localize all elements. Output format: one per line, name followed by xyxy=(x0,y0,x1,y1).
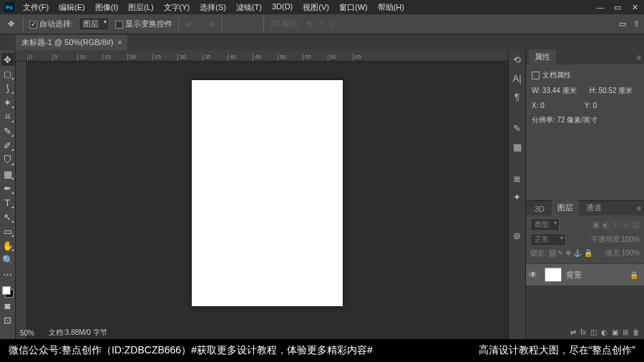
more-align-icon[interactable]: … xyxy=(250,20,258,29)
pen-tool[interactable]: ✒ xyxy=(1,182,14,195)
menu-window[interactable]: 窗口(W) xyxy=(335,1,372,14)
watermark-footer: 微信公众号:整点创作（ID:ZDBCZB666）#获取更多设计教程，体验更多精彩… xyxy=(0,339,644,362)
align-right-icon[interactable]: ⫸ xyxy=(208,20,216,29)
filter-shape-icon[interactable]: ▱ xyxy=(622,221,630,229)
screen-mode[interactable]: ⊡ xyxy=(1,313,14,326)
align-center-icon[interactable]: ⫶ xyxy=(198,20,203,29)
hand-tool[interactable]: ✋ xyxy=(1,239,14,252)
properties-panel: 属性 ≡ 文档属性 W: 33.44 厘米 H: 50.52 厘米 X: 0 Y… xyxy=(526,50,644,200)
character-icon[interactable]: A| xyxy=(511,72,524,84)
zoom-level[interactable]: 50% xyxy=(20,329,34,337)
move-tool[interactable]: ✥ xyxy=(1,53,14,66)
distribute-icon[interactable]: ⋮⋮ xyxy=(228,19,244,29)
layer-mask-icon[interactable]: ◫ xyxy=(590,328,597,336)
quick-select-tool[interactable]: ✶ xyxy=(1,96,14,109)
delete-layer-icon[interactable]: 🗑 xyxy=(633,328,640,336)
history-icon[interactable]: ⟲ xyxy=(511,53,524,66)
zoom-tool[interactable]: 🔍 xyxy=(1,253,14,266)
quick-mask[interactable]: ◙ xyxy=(1,299,14,312)
layers-menu-icon[interactable]: ≡ xyxy=(637,204,641,212)
menu-file[interactable]: 文件(F) xyxy=(19,1,53,14)
menu-edit[interactable]: 编辑(E) xyxy=(54,1,89,14)
eyedropper-tool[interactable]: ✎ xyxy=(1,124,14,137)
align-left-icon[interactable]: ⫷ xyxy=(185,20,192,29)
move-tool-icon: ✥ xyxy=(4,18,17,31)
auto-select-mode-dropdown[interactable]: 图层 xyxy=(79,17,109,31)
crop-tool[interactable]: ⌗ xyxy=(1,110,14,123)
ruler-vertical[interactable] xyxy=(16,62,27,339)
auto-select-label: 自动选择: xyxy=(39,19,73,28)
filter-adjust-icon[interactable]: ◐ xyxy=(602,221,610,229)
search-icon[interactable]: ▭ xyxy=(619,19,626,29)
document-canvas[interactable] xyxy=(192,80,343,306)
pan-3d-icon[interactable]: ✧ xyxy=(318,19,324,29)
tab-close-icon[interactable]: × xyxy=(118,39,122,47)
menu-view[interactable]: 视图(V) xyxy=(298,1,333,14)
menu-type[interactable]: 文字(Y) xyxy=(160,1,195,14)
footer-right: 高清设计教程大图，尽在“整点创作” xyxy=(479,344,635,357)
canvas-area[interactable]: 05101520253035404550556065 xyxy=(16,50,508,339)
ruler-corner xyxy=(16,50,27,62)
libraries-icon[interactable]: ⊚ xyxy=(511,229,524,242)
menu-help[interactable]: 帮助(H) xyxy=(374,1,409,14)
layer-style-icon[interactable]: fx xyxy=(580,328,586,336)
show-transform-checkbox[interactable]: 显示变换控件 xyxy=(115,19,172,29)
marquee-tool[interactable]: ◻ xyxy=(1,67,14,80)
brush-tool[interactable]: ✐ xyxy=(1,139,14,152)
close-button[interactable]: ✕ xyxy=(630,2,640,12)
document-tab-title: 未标题-1 @ 50%(RGB/8#) xyxy=(21,37,114,48)
menu-select[interactable]: 选择(S) xyxy=(195,1,230,14)
new-layer-icon[interactable]: ⊞ xyxy=(623,328,628,336)
maximize-button[interactable]: ▭ xyxy=(613,2,623,12)
minimize-button[interactable]: — xyxy=(595,2,605,12)
layer-row[interactable]: 👁 背景 🔒 xyxy=(526,264,644,285)
layer-name[interactable]: 背景 xyxy=(566,270,582,280)
filter-pixel-icon[interactable]: ▦ xyxy=(592,221,600,229)
ruler-horizontal[interactable]: 05101520253035404550556065 xyxy=(27,50,508,62)
group-icon[interactable]: ▣ xyxy=(612,328,618,336)
stamp-tool[interactable]: ⛉ xyxy=(1,153,14,166)
3d-tab[interactable]: 3D xyxy=(529,202,550,215)
filter-smart-icon[interactable]: ◫ xyxy=(632,221,640,229)
edit-toolbar[interactable]: ⋯ xyxy=(1,268,14,280)
panel-menu-icon[interactable]: ≡ xyxy=(637,53,641,62)
menu-layer[interactable]: 图层(L) xyxy=(124,1,157,14)
blend-mode-dropdown[interactable]: 正常 xyxy=(530,233,566,246)
filter-type-icon[interactable]: T xyxy=(612,221,620,229)
share-icon[interactable]: ⇧ xyxy=(633,19,640,29)
lasso-tool[interactable]: ⟆ xyxy=(1,82,14,94)
adjustment-layer-icon[interactable]: ◐ xyxy=(601,328,608,336)
adjustments-icon[interactable]: ≣ xyxy=(511,172,524,185)
opacity-value[interactable]: 100% xyxy=(621,235,640,243)
shape-tool[interactable]: ▭ xyxy=(1,225,14,238)
layer-filter-dropdown[interactable]: 类型 xyxy=(530,218,560,231)
channels-tab[interactable]: 通道 xyxy=(580,200,608,215)
fill-value[interactable]: 100% xyxy=(621,249,640,257)
auto-select-checkbox[interactable]: 自动选择: xyxy=(29,19,73,29)
status-bar: 50% 文档:3.88M/0 字节 xyxy=(16,326,112,339)
options-bar: ✥ 自动选择: 图层 显示变换控件 ⫷ ⫶ ⫸ ⋮⋮ … 3D 模式: ⟲ ✧ … xyxy=(0,14,644,34)
doc-props-label: 文档属性 xyxy=(542,71,571,79)
orbit-3d-icon[interactable]: ⟲ xyxy=(306,19,312,29)
menu-image[interactable]: 图像(I) xyxy=(91,1,122,14)
brushes-icon[interactable]: ✎ xyxy=(511,122,524,134)
link-layers-icon[interactable]: ⇄ xyxy=(570,328,576,336)
lock-icons[interactable]: ▦ ✎ ✥ ⚓ 🔒 xyxy=(549,249,592,257)
type-tool[interactable]: T xyxy=(1,196,14,209)
color-swatch[interactable] xyxy=(2,286,14,298)
styles-icon[interactable]: ✦ xyxy=(511,190,524,203)
swatches-icon[interactable]: ▦ xyxy=(511,140,524,153)
gradient-tool[interactable]: ▦ xyxy=(1,167,14,180)
properties-tab[interactable]: 属性 xyxy=(529,49,556,64)
menu-3d[interactable]: 3D(D) xyxy=(268,1,297,14)
layers-tab[interactable]: 图层 xyxy=(552,200,579,215)
visibility-icon[interactable]: 👁 xyxy=(526,270,540,280)
layer-thumbnail[interactable] xyxy=(545,268,562,282)
menu-filter[interactable]: 滤镜(T) xyxy=(232,1,266,14)
paragraph-icon[interactable]: ¶ xyxy=(511,90,524,103)
document-tab[interactable]: 未标题-1 @ 50%(RGB/8#) × xyxy=(16,35,127,50)
layers-footer: ⇄ fx ◫ ◐ ▣ ⊞ 🗑 xyxy=(526,325,644,339)
path-select-tool[interactable]: ↖ xyxy=(1,210,14,223)
slide-3d-icon[interactable]: ◫ xyxy=(330,19,337,29)
doc-size-info[interactable]: 文档:3.88M/0 字节 xyxy=(49,328,107,338)
